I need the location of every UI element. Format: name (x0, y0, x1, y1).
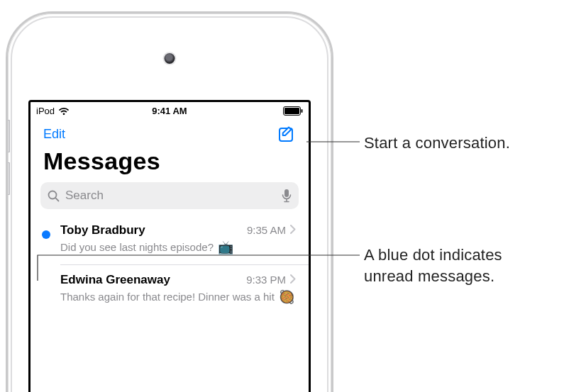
edit-button[interactable]: Edit (43, 127, 65, 142)
contact-name: Edwina Greenaway (60, 273, 246, 287)
search-icon (48, 190, 60, 202)
wifi-icon (58, 107, 70, 116)
paella-emoji-icon: 🥘 (279, 289, 294, 306)
conversation-row[interactable]: Edwina Greenaway 9:33 PM Thanks again fo… (31, 264, 309, 314)
conversation-list: Toby Bradbury 9:35 AM Did you see last n… (31, 215, 309, 315)
device-bezel: iPod 9:41 AM Edit (11, 16, 328, 392)
svg-rect-6 (284, 189, 289, 197)
front-camera (165, 53, 175, 64)
status-bar: iPod 9:41 AM (31, 102, 309, 118)
volume-up-button (6, 120, 10, 152)
timestamp: 9:33 PM (246, 274, 286, 286)
tv-emoji-icon: 📺 (218, 239, 233, 256)
nav-bar: Edit (31, 118, 309, 146)
battery-icon (283, 106, 303, 116)
unread-dot (42, 230, 50, 239)
preview-text: Thanks again for that recipe! Dinner was… (60, 290, 275, 304)
conversation-row[interactable]: Toby Bradbury 9:35 AM Did you see last n… (31, 215, 309, 264)
dictation-icon[interactable] (282, 189, 292, 203)
chevron-right-icon (290, 274, 296, 284)
chevron-right-icon (290, 225, 296, 234)
callout-unread: A blue dot indicates unread messages. (364, 245, 555, 286)
compose-button[interactable] (277, 125, 296, 143)
timestamp: 9:35 AM (247, 224, 286, 236)
callout-compose: Start a conversation. (364, 133, 510, 154)
message-preview: Thanks again for that recipe! Dinner was… (60, 289, 296, 306)
screen: iPod 9:41 AM Edit (28, 100, 311, 392)
search-field[interactable]: Search (40, 182, 299, 209)
search-placeholder: Search (65, 189, 276, 203)
svg-rect-1 (284, 108, 299, 114)
svg-rect-2 (302, 109, 303, 113)
svg-line-5 (55, 198, 58, 201)
preview-text: Did you see last nights episode? (60, 240, 214, 254)
clock: 9:41 AM (93, 106, 246, 116)
volume-down-button (6, 162, 10, 195)
message-preview: Did you see last nights episode? 📺 (60, 239, 296, 256)
device-frame: iPod 9:41 AM Edit (6, 11, 333, 392)
device-label: iPod (36, 106, 55, 116)
contact-name: Toby Bradbury (60, 223, 247, 237)
page-title: Messages (31, 146, 309, 182)
